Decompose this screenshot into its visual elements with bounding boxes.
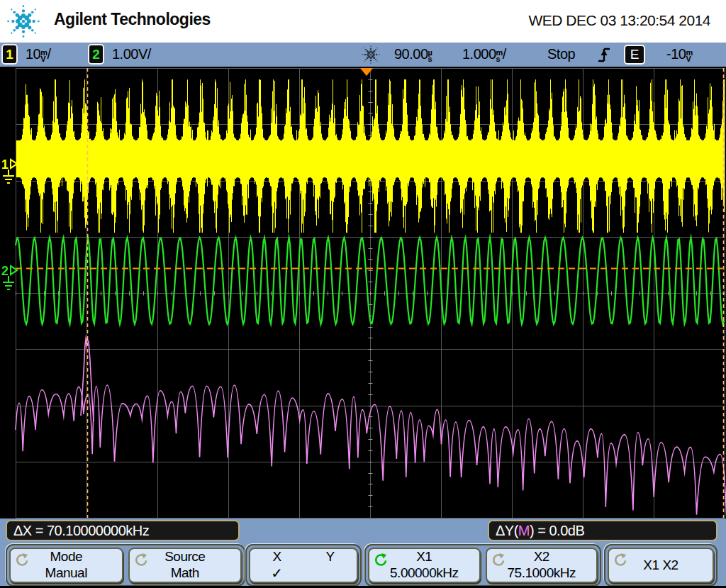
datetime: WED DEC 03 13:20:54 2014: [529, 12, 711, 29]
header: Agilent Technologies WED DEC 03 13:20:54…: [0, 0, 726, 43]
channel2-badge: 2: [88, 44, 104, 65]
trigger-level: -10mV: [666, 43, 693, 67]
delay-readout: 90.00µs: [394, 43, 432, 67]
softkey-group-mode-source: Mode Manual Source Math: [6, 544, 245, 587]
check-icon: ✓: [250, 565, 303, 582]
channel1-badge: 1: [1, 44, 18, 65]
knob-icon: [133, 553, 148, 567]
softkey-group-xy: XY ✓: [245, 544, 362, 587]
softkey-bar: ΔX = 70.10000000kHz ΔY(M) = 0.0dB Mode M…: [0, 518, 726, 586]
waveform-display: [0, 67, 726, 518]
trigger-source-badge: E: [624, 45, 645, 65]
softkey-source[interactable]: Source Math: [128, 548, 242, 583]
channel1-scale: 10mV/: [26, 43, 51, 67]
agilent-logo-icon: [4, 2, 43, 40]
knob-icon: [14, 553, 29, 567]
delta-x-readout: ΔX = 70.10000000kHz: [6, 520, 240, 541]
softkey-group-x1x2: X1 5.00000kHz X2 75.1000kHz: [364, 544, 601, 587]
brand-title: Agilent Technologies: [54, 10, 211, 29]
trigger-slope-icon: [597, 46, 611, 64]
softkey-cursor-xy[interactable]: XY ✓: [249, 548, 358, 583]
status-bar: 1 10mV/ 2 1.00V/ 90.00µs 1.000ms/ Stop E…: [0, 43, 726, 67]
timebase-readout: 1.000ms/: [462, 43, 506, 67]
oscilloscope-screen: Agilent Technologies WED DEC 03 13:20:54…: [0, 0, 726, 588]
softkey-x1-x2-linked[interactable]: X1 X2: [608, 548, 714, 583]
softkey-group-x1x2-both: X1 X2: [604, 544, 717, 587]
knob-icon: [491, 553, 506, 567]
knob-icon: [613, 553, 627, 567]
channel2-scale: 1.00V/: [112, 43, 151, 67]
agilent-spark-icon: [359, 44, 383, 65]
knob-icon: [373, 553, 388, 567]
run-state: Stop: [547, 43, 575, 67]
delta-y-readout: ΔY(M) = 0.0dB: [488, 520, 717, 541]
softkey-x1[interactable]: X1 5.00000kHz: [368, 548, 481, 583]
softkey-mode[interactable]: Mode Manual: [9, 548, 123, 583]
softkey-x2[interactable]: X2 75.1000kHz: [486, 548, 598, 583]
